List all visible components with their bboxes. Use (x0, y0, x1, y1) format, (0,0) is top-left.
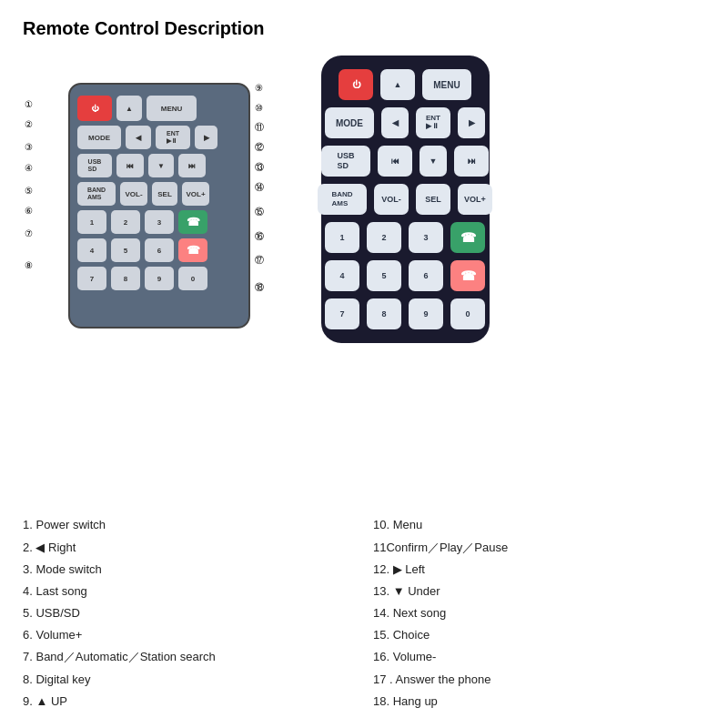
rb-band[interactable]: BANDAMS (318, 184, 367, 215)
diagram-area: ⏻ ▲ MENU MODE ◀ ENT▶⏸ ▶ USBSD ⏮ (23, 56, 296, 497)
rb-2[interactable]: 2 (367, 222, 401, 253)
desc-10: 10. Menu (373, 517, 705, 533)
desc-1-num: 1. (23, 518, 33, 531)
callout-3: ③ (25, 142, 33, 152)
d-power[interactable]: ⏻ (77, 96, 112, 121)
d-vol-minus[interactable]: VOL- (120, 182, 147, 206)
d-answer[interactable]: ☎ (178, 210, 207, 234)
d-7[interactable]: 7 (77, 267, 106, 290)
desc-4: 4. Last song (23, 583, 355, 600)
d-vol-plus[interactable]: VOL+ (182, 182, 209, 206)
rb-mode[interactable]: MODE (325, 107, 374, 138)
desc-14-text: Next song (393, 606, 447, 620)
rb-8[interactable]: 8 (367, 298, 401, 329)
rb-3[interactable]: 3 (409, 222, 443, 253)
desc-16-text: Volume- (393, 650, 437, 663)
d-6[interactable]: 6 (145, 238, 174, 262)
desc-15-text: Choice (393, 628, 430, 642)
desc-9-text: UP (51, 694, 67, 708)
desc-15-num: 15. (373, 628, 389, 642)
callout-14: ⑭ (255, 181, 264, 194)
desc-1-text: Power switch (35, 518, 106, 531)
callout-12: ⑫ (255, 141, 264, 154)
rb-6[interactable]: 6 (409, 260, 443, 291)
desc-7: 7. Band／Automatic／Station search (23, 649, 355, 665)
callout-17: ⑰ (255, 254, 264, 267)
desc-13-num: 13. ▼ (373, 584, 408, 598)
desc-7-text: Band／Automatic／Station search (35, 650, 215, 663)
rb-ent[interactable]: ENT▶⏸ (416, 107, 450, 138)
descriptions: 1. Power switch 2. ◀ Right 3. Mode switc… (23, 517, 705, 710)
d-band[interactable]: BANDAMS (77, 182, 116, 206)
rb-9[interactable]: 9 (409, 298, 443, 329)
remote-body: ⏻ ▲ MENU MODE ◀ ENT▶⏸ ▶ USBSD ⏮ ▼ ⏭ (321, 56, 490, 343)
rb-left-arrow[interactable]: ◀ (381, 107, 409, 138)
callout-13: ⑬ (255, 161, 264, 174)
rb-vol-minus[interactable]: VOL- (374, 184, 409, 215)
rb-7[interactable]: 7 (325, 298, 359, 329)
callout-1: ① (25, 99, 33, 109)
d-up[interactable]: ▲ (116, 96, 142, 121)
btn-row-3: USBSD ⏮ ▼ ⏭ (332, 146, 479, 177)
d-ent[interactable]: ENT▶⏸ (156, 126, 190, 149)
desc-13-text: Under (408, 584, 440, 598)
rb-power[interactable]: ⏻ (339, 69, 373, 100)
d-mode[interactable]: MODE (77, 126, 121, 149)
desc-14-num: 14. (373, 606, 389, 620)
desc-10-num: 10. (373, 518, 389, 531)
d-9[interactable]: 9 (145, 267, 174, 290)
rb-sel[interactable]: SEL (416, 184, 450, 215)
rb-1[interactable]: 1 (325, 222, 359, 253)
rb-down-arrow[interactable]: ▼ (420, 146, 447, 177)
desc-6-text: Volume+ (35, 628, 82, 642)
desc-13: 13. ▼ Under (373, 583, 705, 600)
remote-photo: ⏻ ▲ MENU MODE ◀ ENT▶⏸ ▶ USBSD ⏮ ▼ ⏭ (314, 56, 496, 497)
rb-menu[interactable]: MENU (422, 69, 471, 100)
desc-12-text: Left (405, 562, 425, 576)
d-usb[interactable]: USBSD (77, 154, 112, 177)
d-sel[interactable]: SEL (152, 182, 177, 206)
btn-row-5: 1 2 3 ☎ (332, 222, 479, 253)
rb-5[interactable]: 5 (367, 260, 401, 291)
rb-right-arrow[interactable]: ▶ (458, 107, 485, 138)
rb-vol-plus[interactable]: VOL+ (458, 184, 492, 215)
desc-9: 9. ▲ UP (23, 693, 355, 710)
rb-0[interactable]: 0 (450, 298, 485, 329)
callout-16: ⑯ (255, 230, 264, 243)
d-hangup[interactable]: ☎ (178, 238, 207, 262)
d-8[interactable]: 8 (111, 267, 140, 290)
rb-hangup[interactable]: ☎ (450, 260, 485, 291)
d-5[interactable]: 5 (111, 238, 140, 262)
d-0[interactable]: 0 (178, 267, 207, 290)
callout-8: ⑧ (25, 260, 33, 270)
desc-8: 8. Digital key (23, 672, 355, 688)
callout-9: ⑨ (255, 83, 263, 93)
desc-5: 5. USB/SD (23, 605, 355, 622)
desc-3-num: 3. (23, 562, 33, 576)
desc-6: 6. Volume+ (23, 627, 355, 643)
rb-next[interactable]: ⏭ (454, 146, 489, 177)
d-menu[interactable]: MENU (147, 96, 197, 121)
d-4[interactable]: 4 (77, 238, 106, 262)
d-2[interactable]: 2 (111, 210, 140, 234)
rb-up[interactable]: ▲ (380, 69, 415, 100)
rb-4[interactable]: 4 (325, 260, 359, 291)
callout-6: ⑥ (25, 206, 33, 216)
rb-prev[interactable]: ⏮ (378, 146, 412, 177)
content-row: ⏻ ▲ MENU MODE ◀ ENT▶⏸ ▶ USBSD ⏮ (23, 56, 705, 497)
btn-row-4: BANDAMS VOL- SEL VOL+ (332, 184, 479, 215)
rb-usb[interactable]: USBSD (321, 146, 370, 177)
d-right-arrow[interactable]: ▶ (195, 126, 217, 149)
desc-2-num: 2. ◀ (23, 541, 48, 554)
d-down-arrow[interactable]: ▼ (148, 154, 174, 177)
d-left-arrow[interactable]: ◀ (126, 126, 151, 149)
d-prev[interactable]: ⏮ (116, 154, 144, 177)
callout-4: ④ (25, 163, 33, 173)
desc-11: 11Confirm／Play／Pause (373, 540, 705, 556)
desc-17-num: 17 . (373, 672, 393, 686)
rb-answer[interactable]: ☎ (450, 222, 485, 253)
d-3[interactable]: 3 (145, 210, 174, 234)
d-next[interactable]: ⏭ (178, 154, 206, 177)
d-1[interactable]: 1 (77, 210, 106, 234)
desc-11-num: 11 (373, 541, 386, 554)
